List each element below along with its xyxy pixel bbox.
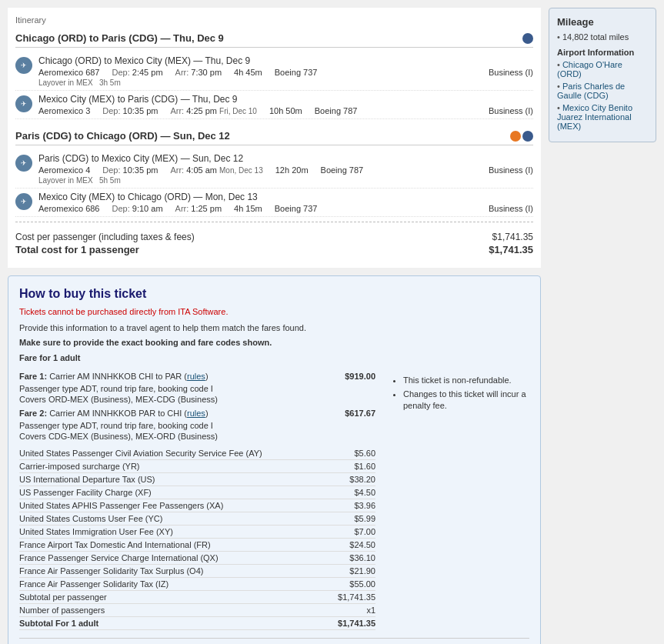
airline-icon: ✈	[15, 193, 38, 210]
fee-label: United States Customs User Fee (YC)	[19, 512, 328, 526]
fee-row: France Passenger Service Charge Internat…	[19, 552, 375, 565]
fee-row: Carrier-imposed surcharge (YR)$1.60	[19, 460, 375, 473]
fee-label: Carrier-imposed surcharge (YR)	[19, 460, 328, 473]
route-icons-2	[510, 131, 533, 142]
fare2-rules-link[interactable]: rules	[187, 409, 205, 418]
sidebar: Mileage • 14,802 total miles Airport Inf…	[549, 8, 656, 644]
fare-for-label: Fare for 1 adult	[19, 352, 529, 364]
flight-dep: Dep: 10:35 pm	[102, 165, 158, 175]
airline-logo: ✈	[15, 193, 32, 210]
cost-per-passenger: Cost per passenger (including taxes & fe…	[15, 232, 533, 242]
fare2-carrier: Carrier AM INNHKKOB PAR to CHI (	[49, 409, 187, 418]
airport-info-title: Airport Information	[557, 48, 648, 57]
fee-label: US Passenger Facility Charge (XF)	[19, 486, 328, 499]
fee-row: France Air Passenger Solidarity Tax (IZ)…	[19, 578, 375, 591]
mileage-title: Mileage	[557, 16, 648, 28]
airport-link[interactable]: Paris Charles de Gaulle (CDG)	[557, 82, 625, 100]
fare2-label: Fare 2:	[19, 409, 47, 418]
sidebar-card: Mileage • 14,802 total miles Airport Inf…	[549, 8, 656, 142]
circle-blue-icon-2	[522, 131, 533, 142]
fees-table: United States Passenger Civil Aviation S…	[19, 447, 375, 630]
flight-duration: 4h 45m	[234, 68, 262, 77]
subtotal-adult-value: $1,741.35	[328, 617, 375, 630]
flight-row: ✈ Chicago (ORD) to Mexico City (MEX) — T…	[15, 52, 533, 91]
notice-item: Changes to this ticket will incur a pena…	[403, 389, 529, 411]
flight-class: Business (I)	[489, 204, 533, 213]
flight-class: Business (I)	[489, 68, 533, 77]
fee-amount: $38.20	[328, 473, 375, 486]
flight-carrier: Aeromexico 3	[38, 106, 90, 115]
fare-section: Fare 1: Carrier AM INNHKKOB CHI to PAR (…	[19, 372, 529, 630]
layover-info: Layover in MEX 3h 5m	[38, 78, 533, 87]
flight-route: Mexico City (MEX) to Chicago (ORD) — Mon…	[38, 192, 533, 202]
fare1-detail: Passenger type ADT, round trip fare, boo…	[19, 384, 375, 393]
flight-row: ✈ Paris (CDG) to Mexico City (MEX) — Sun…	[15, 150, 533, 189]
fee-row: United States APHIS Passenger Fee Passen…	[19, 499, 375, 512]
airline-icon: ✈	[15, 57, 38, 74]
num-passengers-row: Number of passengers x1	[19, 604, 375, 617]
flight-route: Paris (CDG) to Mexico City (MEX) — Sun, …	[38, 153, 533, 164]
route-header-1: Chicago (ORD) to Paris (CDG) — Thu, Dec …	[15, 29, 533, 48]
fee-amount: $3.96	[328, 499, 375, 512]
flight-arr: Arr: 4:05 am Mon, Dec 13	[170, 165, 262, 175]
notice-item: This ticket is non-refundable.	[403, 375, 529, 385]
airline-logo: ✈	[15, 95, 32, 112]
airport-item: • Paris Charles de Gaulle (CDG)	[557, 82, 648, 100]
fare2-detail: Passenger type ADT, round trip fare, boo…	[19, 421, 375, 430]
route-header-2: Paris (CDG) to Chicago (ORD) — Sun, Dec …	[15, 127, 533, 145]
flight-dep: Dep: 2:45 pm	[112, 68, 163, 77]
fee-row: United States Immigration User Fee (XY)$…	[19, 526, 375, 539]
airport-item: • Chicago O'Hare (ORD)	[557, 60, 648, 78]
fee-label: France Air Passenger Solidarity Tax (IZ)	[19, 578, 328, 591]
layover-info: Layover in MEX 5h 5m	[38, 176, 533, 185]
subtotal-adult-label: Subtotal For 1 adult	[19, 617, 328, 630]
flight-dep: Dep: 9:10 am	[112, 204, 163, 213]
fare2-price: $617.67	[345, 409, 375, 418]
total-cost: Total cost for 1 passenger $1,741.35	[15, 244, 533, 255]
flight-aircraft: Boeing 787	[321, 165, 364, 175]
fee-row: United States Passenger Civil Aviation S…	[19, 447, 375, 460]
airline-logo: ✈	[15, 57, 32, 74]
flight-arr: Arr: 1:25 pm	[175, 204, 222, 213]
flight-aircraft: Boeing 737	[275, 68, 318, 77]
fare-construction: Fare Construction (can be useful to trav…	[19, 638, 529, 644]
fee-amount: $55.00	[328, 578, 375, 591]
fare1-rules-link[interactable]: rules	[187, 372, 205, 381]
airport-link[interactable]: Mexico City Benito Juarez International …	[557, 103, 632, 131]
num-passengers-value: x1	[328, 604, 375, 617]
flight-route: Mexico City (MEX) to Paris (CDG) — Thu, …	[38, 94, 533, 105]
fare1-covers: Covers ORD-MEX (Business), MEX-CDG (Busi…	[19, 395, 375, 404]
airline-icon: ✈	[15, 95, 38, 112]
flight-details: Mexico City (MEX) to Paris (CDG) — Thu, …	[38, 94, 533, 115]
cost-per-passenger-label: Cost per passenger (including taxes & fe…	[15, 232, 195, 242]
route-title-2: Paris (CDG) to Chicago (ORD) — Sun, Dec …	[15, 130, 230, 142]
flight-aircraft: Boeing 787	[315, 106, 358, 115]
fee-row: United States Customs User Fee (YC)$5.99	[19, 512, 375, 526]
flight-row: ✈ Mexico City (MEX) to Chicago (ORD) — M…	[15, 189, 533, 217]
flight-carrier: Aeromexico 687	[38, 68, 100, 77]
flight-duration: 12h 20m	[275, 165, 309, 175]
subtotal-label: Subtotal per passenger	[19, 591, 328, 604]
fee-row: France Air Passenger Solidarity Tax Surp…	[19, 565, 375, 578]
subtotal-adult-row: Subtotal For 1 adult $1,741.35	[19, 617, 375, 630]
flight-details: Paris (CDG) to Mexico City (MEX) — Sun, …	[38, 153, 533, 185]
itinerary-label: Itinerary	[15, 15, 533, 25]
airport-link[interactable]: Chicago O'Hare (ORD)	[557, 60, 622, 78]
cost-section: Cost per passenger (including taxes & fe…	[15, 227, 533, 260]
fee-row: France Airport Tax Domestic And Internat…	[19, 539, 375, 552]
how-to-buy-section: How to buy this ticket Tickets cannot be…	[8, 275, 541, 644]
fee-amount: $7.00	[328, 526, 375, 539]
fare-left: Fare 1: Carrier AM INNHKKOB CHI to PAR (…	[19, 372, 375, 630]
flight-class: Business (I)	[489, 106, 533, 115]
fee-label: France Airport Tax Domestic And Internat…	[19, 539, 328, 552]
fee-label: France Air Passenger Solidarity Tax Surp…	[19, 565, 328, 578]
circle-blue-icon	[522, 33, 533, 44]
total-cost-value: $1,741.35	[489, 244, 533, 255]
route-icons-1	[522, 33, 533, 44]
flight-duration: 10h 50m	[269, 106, 302, 115]
how-to-buy-title: How to buy this ticket	[19, 287, 529, 301]
num-passengers-label: Number of passengers	[19, 604, 328, 617]
circle-orange-icon	[510, 131, 521, 142]
flight-carrier: Aeromexico 4	[38, 165, 90, 175]
route-title-1: Chicago (ORD) to Paris (CDG) — Thu, Dec …	[15, 32, 224, 44]
